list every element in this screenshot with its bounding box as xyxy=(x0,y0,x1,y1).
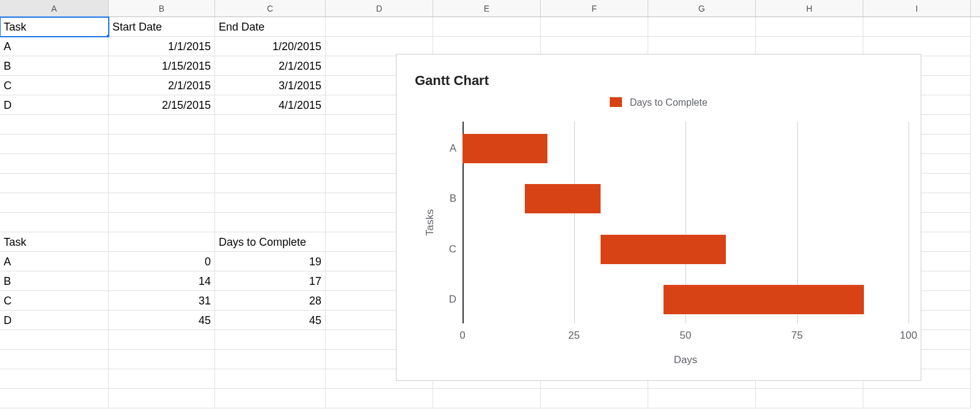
cell-B14[interactable]: 14 xyxy=(109,271,215,291)
x-tick-label: 75 xyxy=(785,330,810,342)
cell-D1[interactable] xyxy=(326,17,433,37)
cell-G20[interactable] xyxy=(648,389,756,408)
cell-H1[interactable] xyxy=(756,17,863,37)
col-header-D[interactable]: D xyxy=(326,0,433,17)
cell-C14[interactable]: 17 xyxy=(215,271,326,291)
row: TaskStart DateEnd Date xyxy=(0,17,980,37)
cell-C2[interactable]: 1/20/2015 xyxy=(215,37,326,56)
cell-B15[interactable]: 31 xyxy=(109,291,215,311)
cell-A16[interactable]: D xyxy=(0,311,109,330)
cell-B2[interactable]: 1/1/2015 xyxy=(109,37,215,56)
cell-C5[interactable]: 4/1/2015 xyxy=(215,95,326,115)
col-header-H[interactable]: H xyxy=(756,0,863,17)
cell-G1[interactable] xyxy=(648,17,756,37)
cell-I1[interactable] xyxy=(863,17,971,37)
cell-C3[interactable]: 2/1/2015 xyxy=(215,56,326,76)
selection-handle[interactable] xyxy=(106,34,109,37)
y-tick-label: A xyxy=(438,142,456,155)
bar-C xyxy=(601,235,725,264)
cell-A15[interactable]: C xyxy=(0,291,109,311)
legend-label: Days to Complete xyxy=(630,97,708,108)
cell-B4[interactable]: 2/1/2015 xyxy=(109,76,215,95)
cell-B18[interactable] xyxy=(109,350,215,369)
cell-H20[interactable] xyxy=(756,389,863,408)
cell-E20[interactable] xyxy=(433,389,541,408)
cell-E1[interactable] xyxy=(433,17,541,37)
cell-C18[interactable] xyxy=(215,350,326,369)
cell-C20[interactable] xyxy=(215,389,326,408)
cell-A17[interactable] xyxy=(0,330,109,350)
y-tick-label: C xyxy=(438,243,456,256)
bar-A xyxy=(463,134,547,163)
cell-B19[interactable] xyxy=(109,369,215,389)
cell-A12[interactable]: Task xyxy=(0,232,109,252)
col-header-E[interactable]: E xyxy=(433,0,541,17)
cell-B10[interactable] xyxy=(109,193,215,213)
cell-A2[interactable]: A xyxy=(0,37,109,56)
cell-B13[interactable]: 0 xyxy=(109,252,215,271)
cell-C11[interactable] xyxy=(215,213,326,232)
cell-B5[interactable]: 2/15/2015 xyxy=(109,95,215,115)
cell-B7[interactable] xyxy=(109,134,215,154)
row xyxy=(0,389,980,408)
cell-C7[interactable] xyxy=(215,134,326,154)
cell-F1[interactable] xyxy=(541,17,648,37)
cell-A1[interactable]: Task xyxy=(0,17,109,37)
cell-C15[interactable]: 28 xyxy=(215,291,326,311)
spreadsheet: A B C D E F G H I TaskStart DateEnd Date… xyxy=(0,0,980,420)
col-header-I[interactable]: I xyxy=(863,0,971,17)
cell-B20[interactable] xyxy=(109,389,215,408)
cell-B12[interactable] xyxy=(109,232,215,252)
cell-A9[interactable] xyxy=(0,174,109,193)
cell-B16[interactable]: 45 xyxy=(109,311,215,330)
x-tick-label: 100 xyxy=(896,330,921,342)
chart-plot-area: Tasks Days 0255075100ABCD xyxy=(463,122,909,323)
col-header-C[interactable]: C xyxy=(215,0,326,17)
gridline xyxy=(574,122,575,323)
cell-A10[interactable] xyxy=(0,193,109,213)
cell-I20[interactable] xyxy=(863,389,971,408)
cell-A6[interactable] xyxy=(0,115,109,134)
col-header-A[interactable]: A xyxy=(0,0,109,17)
cell-C13[interactable]: 19 xyxy=(215,252,326,271)
col-header-F[interactable]: F xyxy=(541,0,648,17)
cell-A3[interactable]: B xyxy=(0,56,109,76)
cell-B3[interactable]: 1/15/2015 xyxy=(109,56,215,76)
cell-A18[interactable] xyxy=(0,350,109,369)
cell-B8[interactable] xyxy=(109,154,215,174)
cell-A19[interactable] xyxy=(0,369,109,389)
cell-C10[interactable] xyxy=(215,193,326,213)
cell-B11[interactable] xyxy=(109,213,215,232)
x-axis-title: Days xyxy=(463,354,909,366)
cell-C19[interactable] xyxy=(215,369,326,389)
cell-C9[interactable] xyxy=(215,174,326,193)
cell-C16[interactable]: 45 xyxy=(215,311,326,330)
col-header-B[interactable]: B xyxy=(109,0,215,17)
cell-B1[interactable]: Start Date xyxy=(109,17,215,37)
cell-B9[interactable] xyxy=(109,174,215,193)
cell-A8[interactable] xyxy=(0,154,109,174)
legend-swatch-icon xyxy=(610,97,622,107)
cell-C1[interactable]: End Date xyxy=(215,17,326,37)
cell-C12[interactable]: Days to Complete xyxy=(215,232,326,252)
chart-legend: Days to Complete xyxy=(397,97,921,108)
cell-A4[interactable]: C xyxy=(0,76,109,95)
cell-F20[interactable] xyxy=(541,389,648,408)
cell-C6[interactable] xyxy=(215,115,326,134)
cell-A20[interactable] xyxy=(0,389,109,408)
cell-B6[interactable] xyxy=(109,115,215,134)
cell-D20[interactable] xyxy=(326,389,433,408)
cell-A13[interactable]: A xyxy=(0,252,109,271)
cell-A7[interactable] xyxy=(0,134,109,154)
y-axis-title: Tasks xyxy=(424,209,436,235)
cell-A5[interactable]: D xyxy=(0,95,109,115)
gantt-chart[interactable]: Gantt Chart Days to Complete Tasks Days … xyxy=(396,54,921,381)
col-header-G[interactable]: G xyxy=(648,0,756,17)
cell-C8[interactable] xyxy=(215,154,326,174)
x-tick-label: 25 xyxy=(562,330,587,342)
cell-C4[interactable]: 3/1/2015 xyxy=(215,76,326,95)
cell-C17[interactable] xyxy=(215,330,326,350)
cell-A11[interactable] xyxy=(0,213,109,232)
cell-B17[interactable] xyxy=(109,330,215,350)
cell-A14[interactable]: B xyxy=(0,271,109,291)
